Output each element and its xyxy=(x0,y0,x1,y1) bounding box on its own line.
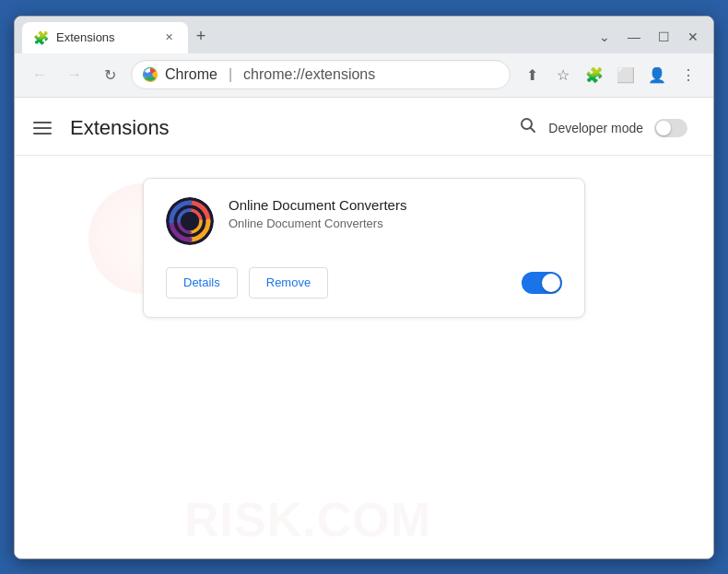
chrome-icon xyxy=(143,67,158,82)
extension-card: Online Document Converters Online Docume… xyxy=(143,178,585,318)
address-site: Chrome xyxy=(165,66,217,83)
address-bar[interactable]: Chrome | chrome://extensions xyxy=(131,60,511,89)
address-separator: | xyxy=(229,66,232,83)
extension-card-bottom: Details Remove xyxy=(166,267,562,299)
search-icon[interactable] xyxy=(519,116,537,139)
developer-mode-label: Developer mode xyxy=(548,121,643,135)
page-header: Extensions Developer mode xyxy=(15,98,713,156)
browser-tab[interactable]: 🧩 Extensions ✕ xyxy=(22,22,188,53)
page-title: Extensions xyxy=(70,116,170,140)
extension-enabled-toggle[interactable] xyxy=(522,272,562,294)
tab-close-button[interactable]: ✕ xyxy=(160,29,177,46)
hamburger-menu-icon[interactable] xyxy=(33,122,55,135)
page-body: PTC RISK.COM xyxy=(15,156,713,558)
maximize-button[interactable]: ☐ xyxy=(651,24,676,50)
page-header-left: Extensions xyxy=(33,116,170,140)
bookmark-icon[interactable]: ☆ xyxy=(549,61,577,88)
title-bar: 🧩 Extensions ✕ + ⌄ — ☐ ✕ xyxy=(15,17,713,53)
sidebar-icon[interactable]: ⬜ xyxy=(612,61,640,88)
chevron-down-icon[interactable]: ⌄ xyxy=(592,24,617,50)
browser-toolbar: ← → ↻ Chrome | chrome://extensions ⬆ xyxy=(15,53,713,98)
browser-window: 🧩 Extensions ✕ + ⌄ — ☐ ✕ ← → ↻ xyxy=(14,16,714,559)
svg-line-4 xyxy=(531,128,535,133)
tab-title: Extensions xyxy=(56,30,153,44)
address-url: chrome://extensions xyxy=(243,66,375,83)
extension-toggle-knob xyxy=(542,274,560,292)
svg-text:RISK.COM: RISK.COM xyxy=(184,493,431,545)
back-button[interactable]: ← xyxy=(26,61,53,88)
forward-button[interactable]: → xyxy=(61,61,88,88)
page-header-right: Developer mode xyxy=(519,116,687,139)
reload-button[interactable]: ↻ xyxy=(96,61,123,88)
toolbar-actions: ⬆ ☆ 🧩 ⬜ 👤 ⋮ xyxy=(518,61,702,88)
minimize-button[interactable]: — xyxy=(621,24,647,50)
extension-icon xyxy=(166,197,214,245)
svg-point-2 xyxy=(148,73,153,77)
remove-button[interactable]: Remove xyxy=(249,267,328,299)
details-button[interactable]: Details xyxy=(166,267,238,299)
new-tab-button[interactable]: + xyxy=(188,24,214,50)
extension-card-top: Online Document Converters Online Docume… xyxy=(166,197,562,245)
toggle-knob xyxy=(656,121,671,135)
developer-mode-toggle[interactable] xyxy=(654,119,687,137)
close-button[interactable]: ✕ xyxy=(680,24,706,50)
window-controls: ⌄ — ☐ ✕ xyxy=(592,24,706,50)
more-menu-icon[interactable]: ⋮ xyxy=(675,61,702,88)
extensions-icon[interactable]: 🧩 xyxy=(581,61,608,88)
share-icon[interactable]: ⬆ xyxy=(518,61,546,88)
extension-description: Online Document Converters xyxy=(229,217,562,230)
extension-info: Online Document Converters Online Docume… xyxy=(229,197,562,230)
extension-name: Online Document Converters xyxy=(229,197,562,213)
page-content: Extensions Developer mode xyxy=(15,98,713,558)
profile-icon[interactable]: 👤 xyxy=(643,61,671,88)
tab-favicon: 🧩 xyxy=(33,30,49,45)
